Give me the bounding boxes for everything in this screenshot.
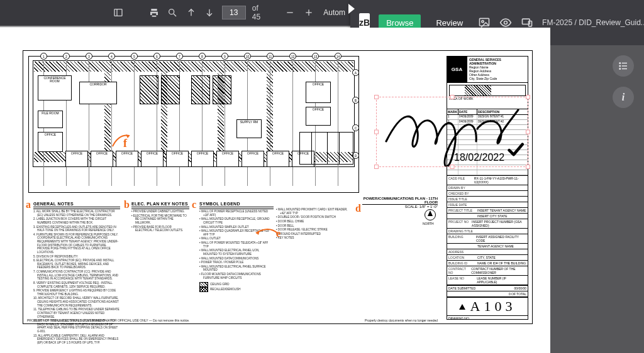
callout-c: c — [192, 199, 196, 210]
plan-title-block: POWER/COMMUNICATIONS PLAN - 11TH FLOOR S… — [362, 197, 438, 209]
svg-point-11 — [504, 21, 508, 24]
expand-handle-icon[interactable] — [348, 4, 355, 14]
info-fab-icon[interactable]: i — [613, 87, 634, 108]
callout-a: a — [26, 199, 31, 210]
page-up-icon[interactable] — [185, 6, 197, 19]
document-viewport[interactable]: 1234567891011121314ABCD CONFERENCEROOM F… — [0, 28, 550, 353]
title-block: GSA GENERAL SERVICES ADMINISTRATIONRegio… — [447, 56, 528, 320]
sheet-footer: PROPERTY OF THE UNITED STATES GOVERNMENT… — [27, 318, 438, 322]
floor-plan: 1234567891011121314ABCD CONFERENCEROOM F… — [28, 56, 359, 193]
visibility-icon[interactable] — [499, 16, 512, 29]
sheet-number: A103 — [447, 296, 528, 315]
keynotes-column: ELEC. PLAN KEY NOTES • PROVIDE UNDER CAB… — [131, 202, 189, 233]
north-label: NORTH — [423, 222, 434, 225]
outline-fab-icon[interactable] — [613, 55, 634, 77]
print-icon[interactable] — [148, 6, 160, 19]
page-total-label: of 45 — [252, 4, 267, 21]
callout-d: d — [355, 203, 361, 214]
search-icon[interactable] — [167, 6, 179, 19]
document-title[interactable]: FM-2025 / DID_Review_Guid... — [542, 18, 644, 27]
callout-b: b — [124, 199, 130, 210]
svg-point-16 — [619, 65, 621, 67]
image-icon[interactable] — [478, 16, 491, 29]
agency-logo: GSA — [447, 57, 467, 82]
drawing-sheet: 1234567891011121314ABCD CONFERENCEROOM F… — [23, 50, 533, 324]
signature-icon — [377, 97, 528, 166]
svg-point-10 — [482, 21, 484, 23]
page-number-input[interactable] — [222, 6, 246, 19]
north-arrow-icon — [425, 209, 436, 220]
page-down-icon[interactable] — [203, 6, 215, 19]
zoom-in-icon[interactable] — [303, 6, 314, 19]
sidebar-toggle-icon[interactable] — [112, 6, 124, 19]
svg-line-3 — [174, 14, 176, 16]
zoom-out-icon[interactable] — [284, 6, 296, 19]
svg-point-14 — [619, 63, 621, 64]
svg-point-18 — [619, 68, 621, 70]
pdf-viewer-toolbar: of 45 Autom — [0, 0, 350, 25]
right-side-panel: i — [550, 45, 644, 353]
zoom-mode-label[interactable]: Autom — [323, 8, 345, 17]
svg-point-2 — [169, 9, 174, 14]
symbol-legend-left: SYMBOL LEGEND • WALL OF POWER RECEPTACLE… — [199, 202, 274, 292]
general-notes-column: GENERAL NOTES 1. ALL WORK SHALL BE BY TH… — [33, 202, 120, 345]
signature-annotation[interactable] — [376, 97, 528, 167]
symbol-legend-right: • WALL MOUNTED PROXIMITY CARD / EXIT REA… — [276, 208, 352, 241]
signature-date: 18/02/2022 — [454, 152, 504, 163]
checkmark-icon — [506, 141, 524, 161]
device-icon[interactable] — [521, 16, 533, 29]
svg-rect-0 — [114, 9, 122, 16]
